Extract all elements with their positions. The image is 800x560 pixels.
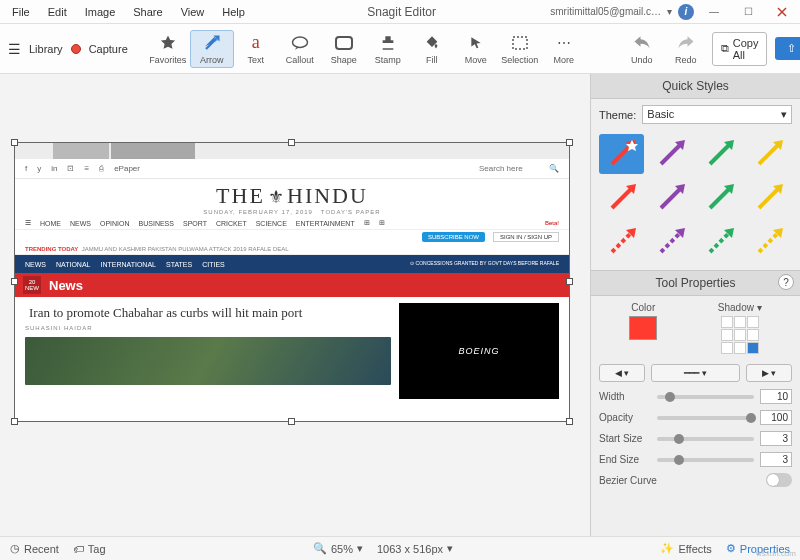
quick-style-5[interactable] [648,178,693,218]
window-title: Snagit Editor [253,5,550,19]
end-size-value[interactable]: 3 [760,452,792,467]
quick-style-0[interactable] [599,134,644,174]
canvas-area[interactable]: f y in ⊡ ≡ ⎙ ePaper 🔍 THE ⚜ HINDU SUNDAY… [0,74,590,536]
help-button[interactable]: ? [778,274,794,290]
quick-style-3[interactable] [747,134,792,174]
quick-style-1[interactable] [648,134,693,174]
tool-selection[interactable]: Selection [498,30,542,68]
menu-share[interactable]: Share [125,4,170,20]
window-maximize-button[interactable]: ☐ [734,2,762,22]
width-value[interactable]: 10 [760,389,792,404]
library-button[interactable]: Library [29,43,63,55]
resize-handle-nw[interactable] [11,139,18,146]
rss-icon: ≡ [84,164,89,173]
svg-line-24 [612,232,632,252]
quick-style-8[interactable] [599,222,644,262]
opacity-slider[interactable] [657,416,754,420]
window-minimize-button[interactable]: — [700,2,728,22]
quick-style-11[interactable] [747,222,792,262]
resize-handle-s[interactable] [288,418,295,425]
start-size-slider[interactable] [657,437,754,441]
theme-select[interactable]: Basic ▾ [642,105,792,124]
title-bar: File Edit Image Share View Help Snagit E… [0,0,800,24]
tool-arrow[interactable]: Arrow [190,30,234,68]
menu-edit[interactable]: Edit [40,4,75,20]
effects-button[interactable]: ✨Effects [660,542,711,555]
quick-style-6[interactable] [698,178,743,218]
tool-fill[interactable]: Fill [410,30,454,68]
quick-style-2[interactable] [698,134,743,174]
print-icon: ⎙ [99,164,104,173]
linkedin-icon: in [51,164,57,173]
width-slider[interactable] [657,395,754,399]
resize-handle-se[interactable] [566,418,573,425]
tool-move[interactable]: Move [454,30,498,68]
user-email[interactable]: smritimittal05@gmail.c… [550,6,661,17]
captured-headline: Iran to promote Chabahar as curbs will h… [25,303,391,323]
menu-help[interactable]: Help [214,4,253,20]
search-icon: 🔍 [549,164,559,173]
menu-view[interactable]: View [173,4,213,20]
start-size-value[interactable]: 3 [760,431,792,446]
end-size-slider[interactable] [657,458,754,462]
svg-line-28 [710,232,730,252]
resize-handle-e[interactable] [566,278,573,285]
opacity-value[interactable]: 100 [760,410,792,425]
resize-handle-w[interactable] [11,278,18,285]
info-badge-icon[interactable]: i [678,4,694,20]
gear-icon: ⚙ [726,542,736,555]
share-button[interactable]: ⇧ Share [775,37,800,60]
quick-style-10[interactable] [698,222,743,262]
line-style-select[interactable]: ━━━ ▾ [651,364,741,382]
tool-shape[interactable]: Shape [322,30,366,68]
shadow-direction-grid[interactable] [721,316,759,354]
tool-favorites[interactable]: Favorites [146,30,190,68]
arrow-tool-icon [203,33,221,53]
color-swatch[interactable] [629,316,657,340]
tag-button[interactable]: 🏷Tag [73,543,106,555]
menu-file[interactable]: File [4,4,38,20]
bezier-toggle[interactable] [766,473,792,487]
svg-line-12 [710,144,730,164]
color-label: Color [631,302,655,313]
recent-button[interactable]: ◷Recent [10,542,59,555]
selection-box[interactable]: f y in ⊡ ≡ ⎙ ePaper 🔍 THE ⚜ HINDU SUNDAY… [14,142,570,422]
more-icon: ⋯ [557,33,571,53]
tool-more[interactable]: ⋯ More [542,30,586,68]
svg-line-14 [759,144,779,164]
quick-style-9[interactable] [648,222,693,262]
svg-line-18 [661,188,681,208]
menu-image[interactable]: Image [77,4,124,20]
copy-all-button[interactable]: ⧉ Copy All [712,32,768,66]
zoom-control[interactable]: 🔍65% ▾ [313,542,363,555]
resize-handle-ne[interactable] [566,139,573,146]
window-close-button[interactable] [768,2,796,22]
end-cap-select[interactable]: ▶ ▾ [746,364,792,382]
quick-style-4[interactable] [599,178,644,218]
signin-button: SIGN IN / SIGN UP [493,232,559,242]
dimensions-display[interactable]: 1063 x 516px ▾ [377,542,453,555]
resize-handle-sw[interactable] [11,418,18,425]
quick-style-7[interactable] [747,178,792,218]
svg-line-26 [661,232,681,252]
resize-handle-n[interactable] [288,139,295,146]
watermark: wsxdn.com [756,549,796,558]
redo-button[interactable]: Redo [664,31,708,67]
tool-stamp[interactable]: Stamp [366,30,410,68]
stamp-icon [380,33,396,53]
hamburger-icon[interactable]: ☰ [8,41,21,57]
tool-properties-header: Tool Properties ? [591,270,800,296]
svg-rect-6 [513,37,527,49]
start-cap-select[interactable]: ◀ ▾ [599,364,645,382]
opacity-label: Opacity [599,412,651,423]
subscribe-button: SUBSCRIBE NOW [422,232,485,242]
capture-button[interactable]: Capture [89,43,128,55]
tool-text[interactable]: a Text [234,30,278,68]
tool-callout[interactable]: Callout [278,30,322,68]
svg-line-30 [759,232,779,252]
undo-button[interactable]: Undo [620,31,664,67]
end-size-label: End Size [599,454,651,465]
captured-screenshot: f y in ⊡ ≡ ⎙ ePaper 🔍 THE ⚜ HINDU SUNDAY… [15,143,569,421]
star-icon [159,33,177,53]
shadow-label: Shadow ▾ [718,302,762,313]
